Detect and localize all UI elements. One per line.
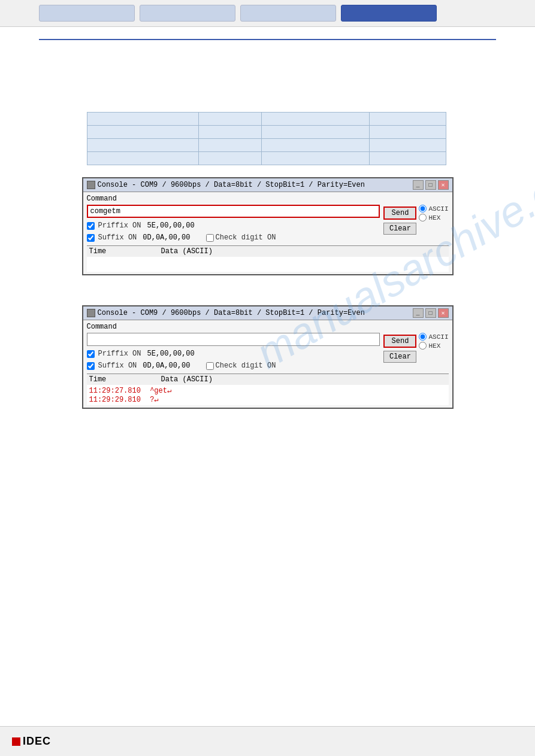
toolbar-button-4[interactable] [341,5,437,22]
table-cell [370,152,446,165]
send-button-1[interactable]: Send [383,207,416,220]
command-input-row-1 [87,205,380,218]
table-cell [87,126,199,139]
table-cell [199,152,262,165]
prefix-label-1: Priffix ON [98,221,141,230]
console-window-2: Console - COM9 / 9600bps / Data=8bit / S… [82,305,454,409]
radio-group-1: ASCII HEX [419,205,448,221]
prefix-value-2: 5E,00,00,00 [147,350,195,358]
data-time-2: 11:29:29.810 [89,396,141,404]
hex-radio-1[interactable] [419,214,427,221]
table-cell [261,126,369,139]
clear-button-2[interactable]: Clear [383,351,416,363]
data-table [87,112,446,165]
footer: IDEC [0,726,535,756]
console-body-2: Command Priffix ON 5E,00,00,00 [83,320,452,408]
table-cell [199,126,262,139]
ascii-radio-1[interactable] [419,205,427,212]
hex-label-2: HEX [428,342,440,350]
console-title-label-1: Console - COM9 / 9600bps / Data=8bit / S… [98,181,365,189]
idec-logo-square [12,737,20,746]
console-controls-1: _ □ ✕ [413,180,449,190]
suffix-value-1: 0D,0A,00,00 [143,233,190,242]
console-titlebar-1: Console - COM9 / 9600bps / Data=8bit / S… [83,178,452,192]
col-data-header-2: Data (ASCII) [161,375,446,384]
top-toolbar [0,0,535,27]
prefix-checkbox-2[interactable] [87,350,95,358]
prefix-label-2: Priffix ON [98,350,141,358]
command-input-row-2 [87,333,380,346]
check-digit-checkbox-1[interactable] [206,234,214,242]
minimize-button-2[interactable]: _ [413,308,424,318]
toolbar-button-2[interactable] [140,5,235,22]
table-cell [87,113,199,126]
clear-button-1[interactable]: Clear [383,223,416,235]
ascii-radio-label-2[interactable]: ASCII [419,333,448,341]
main-content: Console - COM9 / 9600bps / Data=8bit / S… [0,46,535,409]
send-button-2[interactable]: Send [383,335,416,348]
idec-logo: IDEC [12,735,51,748]
hex-label-1: HEX [428,214,440,221]
data-value-1: ^get↵ [150,387,171,395]
ascii-label-2: ASCII [428,333,448,341]
ascii-label-1: ASCII [428,205,448,212]
ascii-radio-label-1[interactable]: ASCII [419,205,448,212]
table-cell [370,113,446,126]
data-value-2: ?↵ [150,396,158,404]
command-label-2: Command [87,323,449,331]
toolbar-button-1[interactable] [39,5,135,22]
table-cell [87,152,199,165]
console-title-text-2: Console - COM9 / 9600bps / Data=8bit / S… [87,309,365,317]
maximize-button-1[interactable]: □ [425,180,436,190]
ascii-radio-2[interactable] [419,333,427,341]
table-cell [199,139,262,152]
console-titlebar-2: Console - COM9 / 9600bps / Data=8bit / S… [83,306,452,320]
command-input-1[interactable] [87,205,380,218]
table-cell [261,113,369,126]
prefix-value-1: 5E,00,00,00 [147,221,195,230]
suffix-checkbox-2[interactable] [87,362,95,370]
table-row [87,126,446,139]
table-cell [261,152,369,165]
idec-logo-text: IDEC [23,735,51,748]
data-row-1: 11:29:27.810 ^get↵ [89,386,446,395]
hex-radio-label-2[interactable]: HEX [419,342,448,350]
table-cell [87,139,199,152]
suffix-checkbox-1[interactable] [87,234,95,242]
close-button-1[interactable]: ✕ [438,180,449,190]
toolbar-button-3[interactable] [240,5,336,22]
radio-group-2: ASCII HEX [419,333,448,350]
check-digit-label-1: Check digit ON [216,233,276,242]
hex-radio-label-1[interactable]: HEX [419,214,448,221]
table-cell [199,113,262,126]
col-time-header-2: Time [89,375,161,384]
data-header-2: Time Data (ASCII) [87,374,449,385]
maximize-button-2[interactable]: □ [425,308,436,318]
suffix-label-1: Suffix ON [98,233,137,242]
suffix-value-2: 0D,0A,00,00 [143,362,190,370]
console-icon-1 [87,181,95,189]
console-body-1: Command Priffix ON 5E,00,00,00 [83,192,452,274]
console-window-1: Console - COM9 / 9600bps / Data=8bit / S… [82,177,454,275]
minimize-button-1[interactable]: _ [413,180,424,190]
hex-radio-2[interactable] [419,342,427,350]
prefix-checkbox-row-2: Priffix ON [87,350,141,358]
table-row [87,113,446,126]
table-cell [261,139,369,152]
suffix-label-2: Suffix ON [98,362,137,370]
suffix-checkbox-row-2: Suffix ON [87,362,137,370]
command-label-1: Command [87,195,449,203]
data-row-2: 11:29:29.810 ?↵ [89,395,446,404]
check-digit-checkbox-2[interactable] [206,362,214,370]
prefix-checkbox-1[interactable] [87,222,95,230]
section-divider [39,39,496,40]
table-row [87,139,446,152]
close-button-2[interactable]: ✕ [438,308,449,318]
prefix-checkbox-row-1: Priffix ON [87,221,141,230]
check-digit-row-1: Check digit ON [206,233,276,242]
command-input-2[interactable] [87,333,380,346]
console-title-label-2: Console - COM9 / 9600bps / Data=8bit / S… [98,309,365,317]
console-icon-2 [87,309,95,317]
table-row [87,152,446,165]
col-data-header-1: Data (ASCII) [161,247,446,256]
